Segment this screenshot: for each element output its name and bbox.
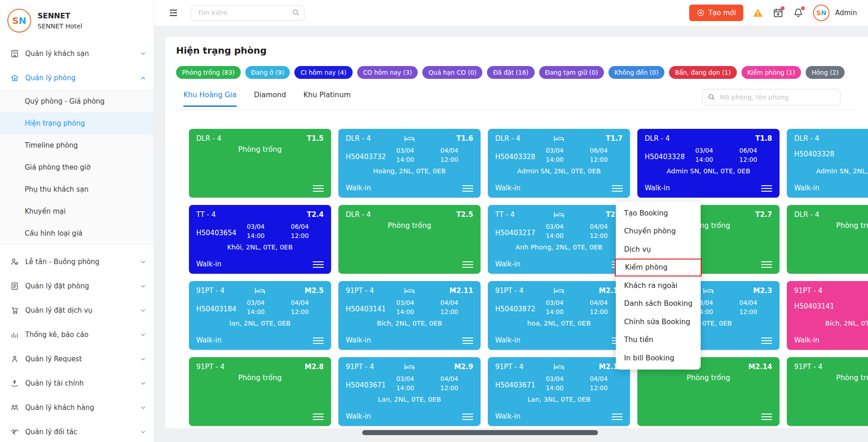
guest-info: Admin SN, 2NL, 0TE, 0EB xyxy=(787,167,868,175)
horizontal-scrollbar[interactable] xyxy=(362,430,598,435)
sidebar-item-0[interactable]: Quản lý khách sạn xyxy=(0,41,154,66)
submenu-item-1[interactable]: Hiện trạng phòng xyxy=(0,112,154,134)
guest-info: Hoàng, 2NL, 0TE, 0EB xyxy=(338,167,481,175)
tab-2[interactable]: Khu Platinum xyxy=(304,91,351,107)
calendar-icon[interactable] xyxy=(773,7,784,18)
context-menu-item-7[interactable]: Thu tiền xyxy=(616,331,701,349)
create-new-button[interactable]: Tạo mới xyxy=(689,5,743,21)
room-card-T2.5[interactable]: DLR - 4T2.5Phòng trống xyxy=(338,205,481,274)
checkin-datetime: 03/0414:00 xyxy=(247,222,265,240)
calendar-badge xyxy=(781,6,785,10)
context-menu-item-1[interactable]: Chuyển phòng xyxy=(616,222,701,241)
submenu-item-5[interactable]: Khuyến mại xyxy=(0,200,154,222)
room-card-T1.6[interactable]: DLR - 4T1.6H5040373203/0414:0004/0412:00… xyxy=(338,129,481,198)
room-card-M2.11[interactable]: 91PT - 4M2.11H5040314103/0414:0004/0412:… xyxy=(338,281,481,350)
room-card-T1.8[interactable]: DLR - 4T1.8H5040332803/0414:0006/0412:00… xyxy=(637,129,780,198)
card-menu-icon[interactable] xyxy=(462,261,473,268)
room-card-r2c4[interactable]: 91PT - 4H50403141Bích, 2NL, 0TE, 0EBWalk… xyxy=(787,281,868,350)
room-code-label: T1.6 xyxy=(456,134,473,143)
sidebar-item-6[interactable]: Quản lý Request xyxy=(0,347,154,371)
room-card-r1c4[interactable]: DLR - 4Phòng trống xyxy=(787,205,868,274)
status-pill-3[interactable]: CO hôm nay (3) xyxy=(357,66,418,79)
sidebar-item-7[interactable]: Quản lý tài chính xyxy=(0,371,154,395)
sidebar-item-1[interactable]: Quản lý phòng xyxy=(0,66,154,90)
tab-1[interactable]: Diamond xyxy=(254,91,286,107)
card-menu-icon[interactable] xyxy=(313,414,324,420)
checkin-date: 03/04 xyxy=(546,375,564,384)
submenu-item-4[interactable]: Phụ thu khách sạn xyxy=(0,178,154,200)
room-card-M2.10[interactable]: 91PT - 4M2.10H5040367103/0414:0004/0412:… xyxy=(488,357,630,426)
sidebar-item-8[interactable]: Quản lý khách hàng xyxy=(0,395,154,420)
room-card-M2.12[interactable]: 91PT - 4M2.12H5040387203/0414:0004/0412:… xyxy=(488,281,630,350)
submenu-item-2[interactable]: Timeline phòng xyxy=(0,134,154,156)
card-menu-icon[interactable] xyxy=(761,185,772,192)
global-search-input[interactable] xyxy=(191,5,304,21)
checkin-time: 14:00 xyxy=(546,232,564,241)
sidebar-nav: Quản lý khách sạnQuản lý phòngQuỹ phòng … xyxy=(0,41,154,442)
room-card-M2.9[interactable]: 91PT - 4M2.9H5040367103/0414:0004/0412:0… xyxy=(338,357,481,426)
context-menu-item-0[interactable]: Tạo Booking xyxy=(616,204,701,222)
room-card-M2.5[interactable]: 91PT - 4M2.5H5040318403/0414:0004/0412:0… xyxy=(189,281,331,350)
sidebar-item-9[interactable]: Quản lý đối tác xyxy=(0,420,154,442)
status-pill-0[interactable]: Phòng trống (83) xyxy=(176,66,241,79)
room-status-panel: Hiện trạng phòng Phòng trống (83)Đang ở … xyxy=(165,37,868,428)
status-pill-6[interactable]: Đang tạm giữ (0) xyxy=(539,66,604,79)
status-pill-7[interactable]: Không đến (0) xyxy=(608,66,664,79)
room-card-T1.7[interactable]: DLR - 4T1.7H5040332803/0414:0006/0412:00… xyxy=(488,129,630,198)
room-type-label: 91PT - 4 xyxy=(794,363,823,371)
card-menu-icon[interactable] xyxy=(462,185,473,192)
status-pill-5[interactable]: Đã đặt (16) xyxy=(487,66,534,79)
context-menu-item-4[interactable]: Khách ra ngoài xyxy=(616,276,701,295)
booking-source: Walk-in xyxy=(794,184,819,192)
checkin-time: 14:00 xyxy=(396,308,414,317)
card-menu-icon[interactable] xyxy=(612,185,623,192)
card-menu-icon[interactable] xyxy=(761,261,772,268)
avatar[interactable]: SN xyxy=(813,5,829,21)
status-pill-1[interactable]: Đang ở (9) xyxy=(245,66,290,79)
status-pill-2[interactable]: CI hôm nay (4) xyxy=(294,66,352,79)
context-menu-item-6[interactable]: Chỉnh sửa Booking xyxy=(616,313,701,331)
context-menu-item-3[interactable]: Kiểm phòng xyxy=(615,259,702,277)
room-search-input[interactable] xyxy=(702,89,840,105)
warning-icon[interactable] xyxy=(752,7,763,18)
status-pill-8[interactable]: Bẩn, đang dọn (1) xyxy=(669,66,737,79)
card-menu-icon[interactable] xyxy=(761,337,772,344)
status-pill-4[interactable]: Quá hạn CO (0) xyxy=(422,66,482,79)
sidebar-item-3[interactable]: Quản lý đặt phòng xyxy=(0,274,154,298)
submenu-item-3[interactable]: Giá phòng theo giờ xyxy=(0,156,154,178)
bed-icon xyxy=(404,287,415,294)
booking-code: H50403328 xyxy=(645,153,685,161)
status-pill-9[interactable]: Kiểm phòng (1) xyxy=(741,66,801,79)
chevron-down-icon xyxy=(140,283,146,289)
card-menu-icon[interactable] xyxy=(761,414,772,420)
room-card-T2.6[interactable]: TT - 4T2.6H5040321703/0414:0004/0412:00A… xyxy=(488,205,630,274)
room-card-r3c4[interactable]: 91PT - 4Phòng trống xyxy=(787,357,868,426)
submenu-item-0[interactable]: Quỹ phòng - Giá phòng xyxy=(0,90,154,112)
card-menu-icon[interactable] xyxy=(612,414,623,420)
status-pill-10[interactable]: Hỏng (2) xyxy=(806,66,845,79)
card-menu-icon[interactable] xyxy=(313,261,324,268)
sidebar-item-4[interactable]: Quản lý đặt dịch vụ xyxy=(0,298,154,322)
card-menu-icon[interactable] xyxy=(462,337,473,344)
room-icon xyxy=(10,73,19,83)
context-menu-item-5[interactable]: Danh sách Booking xyxy=(616,295,701,313)
bed-icon xyxy=(553,363,565,370)
bell-icon[interactable] xyxy=(793,7,804,18)
room-card-T1.5[interactable]: DLR - 4T1.5Phòng trống xyxy=(189,129,331,198)
booking-code: H50403654 xyxy=(196,229,237,237)
sidebar-item-5[interactable]: Thống kê, báo cáo xyxy=(0,322,154,347)
card-menu-icon[interactable] xyxy=(313,337,324,344)
room-card-r0c4[interactable]: DLR - 4H50403328Admin SN, 2NL, 0TE, 0EBW… xyxy=(787,129,868,198)
context-menu-item-2[interactable]: Dịch vụ xyxy=(616,240,701,259)
menu-fold-icon[interactable] xyxy=(168,7,179,18)
card-menu-icon[interactable] xyxy=(313,185,324,192)
submenu-item-6[interactable]: Cấu hình loại giá xyxy=(0,222,154,244)
chevron-down-icon xyxy=(140,307,146,314)
context-menu-item-8[interactable]: In bill Booking xyxy=(616,349,701,367)
sidebar-item-2[interactable]: Lễ tân - Buồng phòng xyxy=(0,249,154,274)
room-card-T2.4[interactable]: TT - 4T2.4H5040365403/0414:0006/0412:00K… xyxy=(189,205,331,274)
tab-0[interactable]: Khu Hoàng Gia xyxy=(183,91,237,107)
card-menu-icon[interactable] xyxy=(462,414,473,420)
room-type-label: DLR - 4 xyxy=(794,134,819,143)
room-card-M2.8[interactable]: 91PT - 4M2.8Phòng trống xyxy=(189,357,331,426)
